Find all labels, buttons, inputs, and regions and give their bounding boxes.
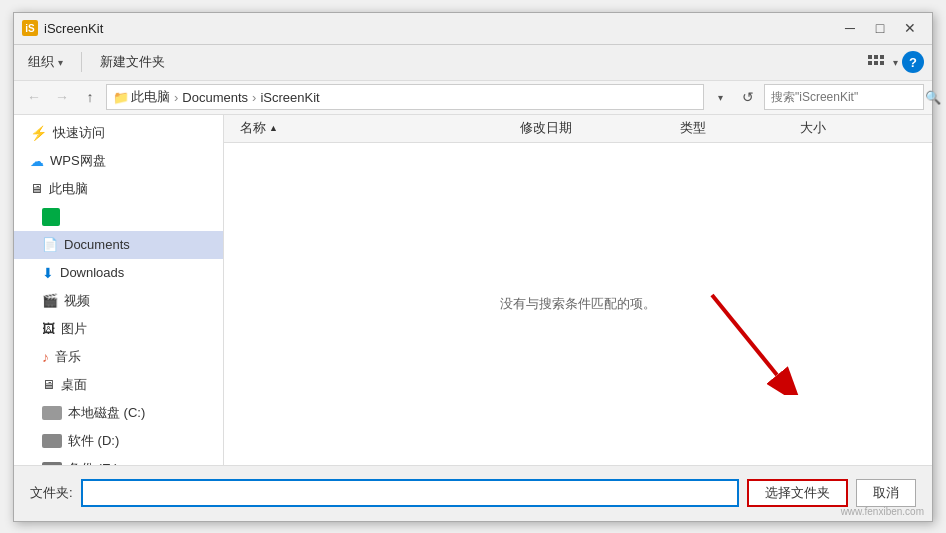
sidebar-item-music[interactable]: ♪ 音乐 — [14, 343, 223, 371]
sidebar-item-documents[interactable]: 📄 Documents — [14, 231, 223, 259]
sidebar-item-label-wps: WPS网盘 — [50, 152, 106, 170]
breadcrumb-folder-icon: 📁 — [113, 90, 129, 105]
main-area: ⚡ 快速访问 ☁ WPS网盘 🖥 此电脑 📄 Documents — [14, 115, 932, 465]
breadcrumb-iscreenkit: iScreenKit — [260, 90, 319, 105]
file-empty-message: 没有与搜索条件匹配的项。 — [224, 143, 932, 465]
breadcrumb-sep1: › — [174, 90, 178, 105]
new-folder-button[interactable]: 新建文件夹 — [94, 50, 171, 74]
watermark: www.fenxiben.com — [841, 506, 924, 517]
organize-button[interactable]: 组织 ▾ — [22, 50, 69, 74]
sidebar-item-label-documents: Documents — [64, 237, 130, 252]
sidebar-item-drive-c[interactable]: 本地磁盘 (C:) — [14, 399, 223, 427]
up-button[interactable]: ↑ — [78, 85, 102, 109]
sidebar-item-label-quick-access: 快速访问 — [53, 124, 105, 142]
sidebar-item-label-drive-e: 备份 (E:) — [68, 460, 119, 465]
folder-label: 文件夹: — [30, 484, 73, 502]
new-folder-label: 新建文件夹 — [100, 53, 165, 71]
search-bar[interactable]: 🔍 — [764, 84, 924, 110]
col-header-date[interactable]: 修改日期 — [512, 119, 672, 137]
sidebar: ⚡ 快速访问 ☁ WPS网盘 🖥 此电脑 📄 Documents — [14, 115, 224, 465]
sidebar-item-quick-access[interactable]: ⚡ 快速访问 — [14, 119, 223, 147]
bottom-buttons: 选择文件夹 取消 — [747, 479, 916, 507]
organize-dropdown-icon: ▾ — [58, 57, 63, 68]
forward-button[interactable]: → — [50, 85, 74, 109]
view-controls: ▾ ? — [863, 51, 924, 73]
title-bar: iS iScreenKit ─ □ ✕ — [14, 13, 932, 45]
green-box-icon — [42, 208, 60, 226]
refresh-button[interactable]: ↺ — [736, 85, 760, 109]
help-button[interactable]: ? — [902, 51, 924, 73]
breadcrumb-documents: Documents — [182, 90, 248, 105]
view-toggle-button[interactable] — [863, 51, 889, 73]
breadcrumb-sep2: › — [252, 90, 256, 105]
drive-d-icon — [42, 434, 62, 448]
back-button[interactable]: ← — [22, 85, 46, 109]
sort-icon: ▲ — [269, 123, 278, 133]
select-folder-button[interactable]: 选择文件夹 — [747, 479, 848, 507]
svg-rect-5 — [880, 61, 884, 65]
sidebar-item-drive-d[interactable]: 软件 (D:) — [14, 427, 223, 455]
cancel-button[interactable]: 取消 — [856, 479, 916, 507]
sidebar-item-label-desktop: 桌面 — [61, 376, 87, 394]
col-header-name[interactable]: 名称 ▲ — [232, 119, 512, 137]
organize-label: 组织 — [28, 53, 54, 71]
breadcrumb-pc: 此电脑 — [131, 88, 170, 106]
svg-rect-4 — [874, 61, 878, 65]
sidebar-item-drive-e[interactable]: 备份 (E:) — [14, 455, 223, 465]
search-icon: 🔍 — [925, 90, 941, 105]
lightning-icon: ⚡ — [30, 125, 47, 141]
documents-icon: 📄 — [42, 237, 58, 252]
maximize-button[interactable]: □ — [866, 17, 894, 39]
sidebar-item-green[interactable] — [14, 203, 223, 231]
sidebar-item-label-pictures: 图片 — [61, 320, 87, 338]
sidebar-item-label-downloads: Downloads — [60, 265, 124, 280]
toolbar: 组织 ▾ 新建文件夹 ▾ ? — [14, 45, 932, 81]
sidebar-item-videos[interactable]: 🎬 视频 — [14, 287, 223, 315]
sidebar-item-label-pc: 此电脑 — [49, 180, 88, 198]
cloud-icon: ☁ — [30, 153, 44, 169]
sidebar-item-this-pc[interactable]: 🖥 此电脑 — [14, 175, 223, 203]
toolbar-separator — [81, 52, 82, 72]
sidebar-item-desktop[interactable]: 🖥 桌面 — [14, 371, 223, 399]
bottom-bar: 文件夹: 选择文件夹 取消 — [14, 465, 932, 521]
view-dropdown-icon: ▾ — [893, 57, 898, 68]
title-bar-controls: ─ □ ✕ — [836, 17, 924, 39]
col-header-size[interactable]: 大小 — [792, 119, 892, 137]
svg-rect-1 — [874, 55, 878, 59]
sidebar-item-downloads[interactable]: ⬇ Downloads — [14, 259, 223, 287]
svg-rect-0 — [868, 55, 872, 59]
downloads-icon: ⬇ — [42, 265, 54, 281]
drive-c-icon — [42, 406, 62, 420]
sidebar-item-label-drive-c: 本地磁盘 (C:) — [68, 404, 145, 422]
music-icon: ♪ — [42, 349, 49, 365]
search-input[interactable] — [771, 90, 921, 104]
pictures-icon: 🖼 — [42, 321, 55, 336]
col-header-type[interactable]: 类型 — [672, 119, 792, 137]
sidebar-item-pictures[interactable]: 🖼 图片 — [14, 315, 223, 343]
svg-rect-2 — [880, 55, 884, 59]
pc-icon: 🖥 — [30, 181, 43, 196]
app-icon: iS — [22, 20, 38, 36]
minimize-button[interactable]: ─ — [836, 17, 864, 39]
desktop-icon: 🖥 — [42, 377, 55, 392]
address-bar: ← → ↑ 📁 此电脑 › Documents › iScreenKit ▾ ↺… — [14, 81, 932, 115]
column-headers: 名称 ▲ 修改日期 类型 大小 — [224, 115, 932, 143]
close-button[interactable]: ✕ — [896, 17, 924, 39]
file-area: 名称 ▲ 修改日期 类型 大小 没有与搜索条件匹配的项。 — [224, 115, 932, 465]
folder-input[interactable] — [81, 479, 739, 507]
sidebar-item-wps[interactable]: ☁ WPS网盘 — [14, 147, 223, 175]
breadcrumb[interactable]: 📁 此电脑 › Documents › iScreenKit — [106, 84, 704, 110]
window-title: iScreenKit — [44, 21, 103, 36]
video-icon: 🎬 — [42, 293, 58, 308]
sidebar-item-label-videos: 视频 — [64, 292, 90, 310]
sidebar-item-label-music: 音乐 — [55, 348, 81, 366]
dropdown-address-button[interactable]: ▾ — [708, 85, 732, 109]
svg-rect-3 — [868, 61, 872, 65]
drive-e-icon — [42, 462, 62, 465]
sidebar-item-label-drive-d: 软件 (D:) — [68, 432, 119, 450]
